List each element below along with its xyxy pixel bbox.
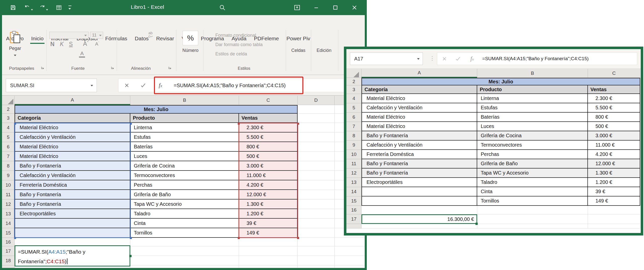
- overlay-row-header-6[interactable]: 6: [346, 113, 361, 122]
- criteria-range-handle[interactable]: [130, 237, 132, 239]
- overlay-cell-C4[interactable]: 2.300 €: [588, 94, 640, 103]
- overlay-cell-C10[interactable]: 4.200 €: [588, 150, 640, 159]
- overlay-row-header-partial[interactable]: [346, 224, 361, 228]
- main-cell-B15[interactable]: Tornillos: [130, 228, 239, 238]
- tab-datos[interactable]: Datos: [134, 33, 150, 44]
- table-grid-icon[interactable]: [55, 4, 63, 12]
- overlay-cell-C14[interactable]: 39 €: [588, 187, 640, 196]
- overlay-cell-A15[interactable]: [361, 196, 477, 206]
- overlay-cell-A5[interactable]: Calefacción y Ventilación: [361, 103, 477, 113]
- edit-cell-fill-handle[interactable]: [129, 255, 132, 257]
- overlay-formula-field[interactable]: fx =SUMAR.SI(A4:A15;"Baño y Fontanería";…: [437, 52, 637, 65]
- overlay-cell-banner[interactable]: Mes: Julio: [361, 78, 640, 85]
- overlay-cell-A7[interactable]: Material Eléctrico: [361, 122, 477, 131]
- main-cell-D7[interactable]: [298, 152, 335, 161]
- overlay-cell-C6[interactable]: 800 €: [588, 113, 640, 122]
- main-cell-banner[interactable]: Mes: Julio: [15, 105, 298, 114]
- font-name-select[interactable]: [49, 32, 89, 39]
- undo-icon[interactable]: [23, 4, 31, 12]
- minimize-icon[interactable]: [312, 4, 320, 12]
- conditional-format-label[interactable]: Formato condicional: [215, 33, 256, 38]
- alignment-dialog-launcher-icon[interactable]: [168, 66, 172, 70]
- overlay-cell-C5[interactable]: 5.500 €: [588, 103, 640, 113]
- sum-range-handle[interactable]: [297, 237, 299, 239]
- main-row-header-2[interactable]: 2: [2, 105, 15, 114]
- save-icon[interactable]: [9, 4, 17, 12]
- main-cell-E[interactable]: [335, 265, 365, 268]
- main-cell-B4[interactable]: Linterna: [130, 123, 239, 132]
- overlay-cancel-icon[interactable]: [442, 57, 447, 61]
- overlay-cell-C8[interactable]: 3.000 €: [588, 131, 640, 141]
- number-format-button[interactable]: %: [183, 31, 198, 45]
- main-cell-A16[interactable]: [15, 238, 130, 246]
- overlay-insert-function-icon[interactable]: fx: [470, 55, 474, 62]
- main-cell-D6[interactable]: [298, 142, 335, 152]
- overlay-cell-B3[interactable]: Producto: [477, 85, 588, 94]
- main-cell-E18[interactable]: [335, 256, 365, 265]
- in-cell-formula-editor[interactable]: =SUMAR.SI(A4:A15;"Baño yFontanería";C4:C…: [15, 245, 130, 266]
- criteria-range-handle[interactable]: [130, 123, 132, 125]
- main-cell-D16[interactable]: [298, 238, 335, 246]
- main-row-header-10[interactable]: 10: [2, 180, 15, 190]
- cell-styles-label[interactable]: Estilos de celda: [215, 51, 247, 57]
- grow-font-button[interactable]: A^: [83, 40, 89, 47]
- tab-power piv[interactable]: Power Piv: [286, 33, 311, 44]
- customize-quick-access-icon[interactable]: [68, 6, 71, 11]
- main-cell-B11[interactable]: Grifería de Baño: [130, 190, 239, 199]
- wrap-text-icon[interactable]: abc↩: [148, 31, 153, 38]
- main-cell-B3[interactable]: Producto: [130, 114, 239, 123]
- overlay-row-header-9[interactable]: 9: [346, 141, 361, 150]
- main-row-header-16[interactable]: 16: [2, 238, 15, 246]
- overlay-cell-A6[interactable]: Material Eléctrico: [361, 113, 477, 122]
- main-cell-B12[interactable]: Tapa WC y Accesorio: [130, 199, 239, 209]
- overlay-cell-C3[interactable]: Ventas: [588, 85, 640, 94]
- overlay-name-box[interactable]: A17: [350, 52, 423, 65]
- overlay-row-header-2[interactable]: 2: [346, 78, 361, 85]
- main-cell-B7[interactable]: Luces: [130, 152, 239, 161]
- main-cell-D18[interactable]: [298, 256, 335, 265]
- main-cell-D5[interactable]: [298, 132, 335, 142]
- sum-range-handle[interactable]: [238, 123, 240, 125]
- undo-dropdown-icon[interactable]: [31, 7, 33, 12]
- overlay-cell-A10[interactable]: Ferretería Doméstica: [361, 150, 477, 159]
- overlay-row-header-3[interactable]: 3: [346, 85, 361, 94]
- search-icon[interactable]: [218, 4, 226, 12]
- main-cell-B8[interactable]: Grifería de Cocina: [130, 161, 239, 171]
- name-box[interactable]: SUMAR.SI: [6, 79, 97, 92]
- main-row-header-3[interactable]: 3: [2, 114, 15, 123]
- redo-icon[interactable]: [38, 4, 46, 12]
- overlay-cell-C12[interactable]: 1.300 €: [588, 168, 640, 178]
- main-row-header-4[interactable]: 4: [2, 123, 15, 132]
- overlay-cell-B11[interactable]: Grifería de Baño: [477, 159, 588, 168]
- main-cell-B14[interactable]: Cinta: [130, 219, 239, 228]
- main-cell-B18[interactable]: [130, 256, 239, 265]
- overlay-cell-B5[interactable]: Estufas: [477, 103, 588, 113]
- overlay-formula-bar-separator[interactable]: ⋮: [429, 55, 435, 62]
- font-dialog-launcher-icon[interactable]: [111, 66, 114, 70]
- overlay-formula-bar-text[interactable]: =SUMAR.SI(A4:A15;"Baño y Fontanería";C4:…: [482, 56, 589, 61]
- main-cell-C16[interactable]: [239, 238, 298, 246]
- main-cell-B[interactable]: [130, 265, 239, 268]
- main-row-header-15[interactable]: 15: [2, 228, 15, 238]
- overlay-cell-B8[interactable]: Grifería de Cocina: [477, 131, 588, 141]
- sum-range-handle[interactable]: [297, 123, 299, 125]
- overlay-row-header-16[interactable]: 16: [346, 206, 361, 214]
- underline-button[interactable]: S: [69, 41, 73, 48]
- main-cell-D8[interactable]: [298, 161, 335, 171]
- main-cell-C17[interactable]: [239, 246, 298, 256]
- format-as-table-label[interactable]: Dar formato como tabla: [215, 42, 263, 47]
- clipboard-dialog-launcher-icon[interactable]: [41, 66, 45, 70]
- overlay-row-header-13[interactable]: 13: [346, 178, 361, 187]
- main-column-header-A[interactable]: A: [15, 96, 130, 105]
- cancel-icon[interactable]: [125, 83, 129, 88]
- main-row-header-12[interactable]: 12: [2, 199, 15, 209]
- main-cell-B9[interactable]: Termoconvectores: [130, 171, 239, 180]
- main-row-header-14[interactable]: 14: [2, 219, 15, 228]
- main-row-header-17[interactable]: 17: [2, 246, 15, 256]
- main-row-header-partial[interactable]: [2, 265, 15, 268]
- overlay-cell-B13[interactable]: Taladro: [477, 178, 588, 187]
- main-row-header-6[interactable]: 6: [2, 142, 15, 152]
- overlay-row-header-11[interactable]: 11: [346, 159, 361, 168]
- overlay-cell-A9[interactable]: Calefacción y Ventilación: [361, 141, 477, 150]
- overlay-cell-A16[interactable]: [361, 206, 477, 214]
